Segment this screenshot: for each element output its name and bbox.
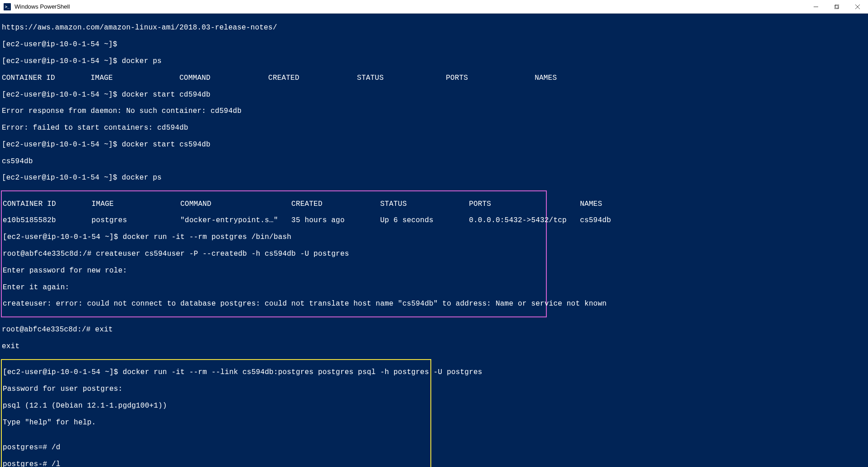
terminal-line: postgres=# /d xyxy=(3,443,430,452)
terminal-line: CONTAINER ID IMAGE COMMAND CREATED STATU… xyxy=(2,74,866,82)
terminal-line: Password for user postgres: xyxy=(3,385,430,393)
maximize-button[interactable] xyxy=(826,0,847,13)
maximize-icon xyxy=(834,5,839,9)
terminal-line: exit xyxy=(2,342,866,350)
powershell-icon: >_ xyxy=(4,3,11,10)
svg-rect-1 xyxy=(834,5,838,9)
terminal-line: postgres-# /l xyxy=(3,460,430,467)
terminal-line: cs594db xyxy=(2,157,866,165)
highlight-box-yellow: [ec2-user@ip-10-0-1-54 ~]$ docker run -i… xyxy=(1,359,431,467)
terminal-line: root@abfc4e335c8d:/# createuser cs594use… xyxy=(3,250,546,258)
terminal-line: psql (12.1 (Debian 12.1-1.pgdg100+1)) xyxy=(3,402,430,410)
terminal-line: Enter it again: xyxy=(3,283,546,292)
terminal-line: [ec2-user@ip-10-0-1-54 ~]$ docker run -i… xyxy=(3,368,430,376)
minimize-icon xyxy=(814,5,818,9)
terminal-line: Error: failed to start containers: cd594… xyxy=(2,124,866,132)
terminal-line: e10b5185582b postgres "docker-entrypoint… xyxy=(3,216,546,224)
terminal-line: Type "help" for help. xyxy=(3,418,430,427)
terminal-line: createuser: error: could not connect to … xyxy=(3,300,546,308)
terminal-line: root@abfc4e335c8d:/# exit xyxy=(2,326,866,334)
terminal-line: [ec2-user@ip-10-0-1-54 ~]$ docker start … xyxy=(2,141,866,149)
terminal-line: https://aws.amazon.com/amazon-linux-ami/… xyxy=(2,24,866,32)
close-button[interactable] xyxy=(847,0,868,13)
terminal-line: [ec2-user@ip-10-0-1-54 ~]$ docker run -i… xyxy=(3,233,546,241)
terminal-line: [ec2-user@ip-10-0-1-54 ~]$ xyxy=(2,40,866,49)
window-title: Windows PowerShell xyxy=(14,3,70,10)
terminal-output[interactable]: https://aws.amazon.com/amazon-linux-ami/… xyxy=(0,14,868,467)
terminal-line: Error response from daemon: No such cont… xyxy=(2,107,866,115)
minimize-button[interactable] xyxy=(805,0,826,13)
window-controls xyxy=(805,0,868,13)
terminal-line: [ec2-user@ip-10-0-1-54 ~]$ docker ps xyxy=(2,57,866,65)
svg-rect-2 xyxy=(835,5,839,8)
titlebar-left: >_ Windows PowerShell xyxy=(4,3,70,10)
close-icon xyxy=(855,5,860,9)
terminal-line: CONTAINER ID IMAGE COMMAND CREATED STATU… xyxy=(3,200,546,208)
highlight-box-magenta: CONTAINER ID IMAGE COMMAND CREATED STATU… xyxy=(1,190,547,317)
terminal-line: [ec2-user@ip-10-0-1-54 ~]$ docker ps xyxy=(2,174,866,182)
window-titlebar: >_ Windows PowerShell xyxy=(0,0,868,14)
terminal-line: [ec2-user@ip-10-0-1-54 ~]$ docker start … xyxy=(2,91,866,99)
terminal-line: Enter password for new role: xyxy=(3,267,546,275)
